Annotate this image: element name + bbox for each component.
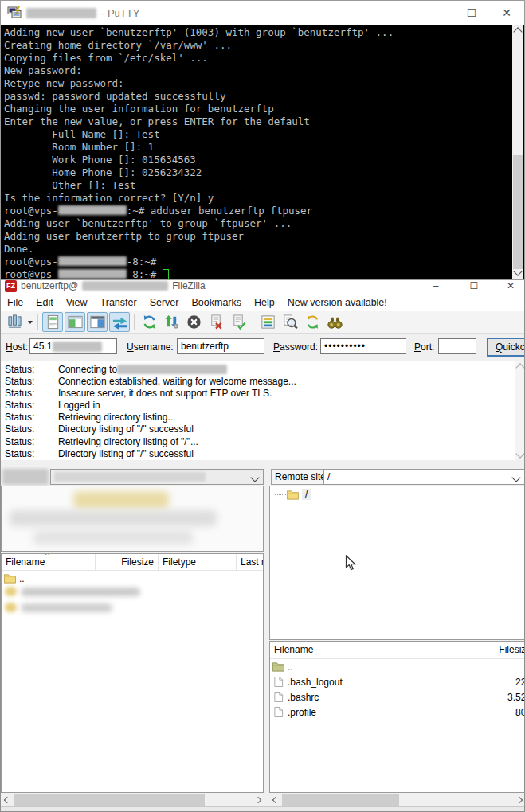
remote-hscrollbar[interactable] (269, 794, 525, 806)
scroll-right-icon[interactable] (255, 797, 261, 803)
menu-item-help[interactable]: Help (248, 295, 281, 310)
status-row: Status:Connection established, waiting f… (1, 376, 524, 388)
scroll-left-icon[interactable] (272, 797, 279, 803)
folder-up-icon (272, 662, 284, 672)
minimize-button[interactable]: – (424, 278, 448, 294)
username-value: benutzerftp (181, 341, 229, 352)
file-row[interactable]: .profile807 (270, 705, 524, 720)
close-button[interactable]: ✕ (491, 1, 523, 25)
folder-icon (4, 573, 16, 584)
status-row: Status:Insecure server, it does not supp… (1, 388, 524, 400)
toolbar (1, 311, 524, 334)
tree-item[interactable]: / (270, 486, 524, 500)
dropdown-caret-icon[interactable] (25, 313, 34, 331)
local-file-list[interactable]: Filename^FilesizeFiletypeLast modified .… (1, 553, 264, 793)
scroll-down-icon[interactable] (515, 449, 524, 458)
status-row: Status:Directory listing of "/" successf… (1, 424, 524, 435)
maximize-button[interactable]: ☐ (462, 278, 486, 294)
scroll-thumb[interactable] (513, 155, 523, 269)
site-manager-icon[interactable] (4, 312, 25, 332)
filezilla-titlebar[interactable]: FZ benutzerftp@ FileZilla – ☐ ✕ (1, 278, 524, 294)
chevron-down-icon[interactable] (250, 473, 259, 482)
scroll-up-icon[interactable] (515, 363, 524, 372)
reconnect-icon[interactable] (228, 312, 249, 332)
local-tree[interactable] (1, 486, 264, 552)
terminal-line: Enter the new value, or press ENTER for … (4, 115, 512, 128)
terminal-text: Room Number []: 1 (4, 141, 154, 153)
menubar: FileEditViewTransferServerBookmarksHelpN… (1, 294, 524, 311)
password-input[interactable]: •••••••••• (320, 338, 406, 354)
toggle-remote-tree-icon[interactable] (87, 312, 108, 332)
scroll-up-icon[interactable] (513, 27, 522, 36)
chevron-down-icon[interactable] (511, 473, 520, 482)
column-header-last-modified[interactable]: Last modified (237, 554, 264, 570)
terminal-text: Done. (4, 243, 34, 255)
terminal-line: Changing the user information for benutz… (4, 103, 512, 115)
message-log-scrollbar[interactable] (515, 361, 524, 460)
disconnect-icon[interactable] (206, 312, 226, 332)
toolbar-separator (253, 314, 253, 330)
local-hscrollbar[interactable] (1, 794, 264, 806)
toggle-local-tree-icon[interactable] (65, 312, 85, 332)
file-row[interactable]: .. (270, 659, 524, 674)
menu-item-edit[interactable]: Edit (29, 295, 60, 310)
scroll-right-icon[interactable] (516, 797, 523, 803)
synchronized-browsing-icon[interactable] (302, 312, 323, 332)
file-icon (272, 707, 284, 717)
refresh-icon[interactable] (139, 312, 159, 332)
process-queue-icon[interactable] (161, 312, 182, 332)
remote-file-list[interactable]: Filename^Filesize ...bash_logout220.bash… (269, 641, 525, 793)
horizontal-splitter[interactable] (1, 460, 524, 467)
maximize-button[interactable]: ☐ (456, 1, 488, 25)
find-files-icon[interactable] (324, 312, 345, 332)
host-input[interactable]: 45.1 (29, 338, 117, 354)
cancel-operation-icon[interactable] (183, 312, 204, 332)
column-header-filesize[interactable]: Filesize (472, 642, 525, 658)
remote-tree[interactable]: / (269, 486, 525, 640)
minimize-button[interactable]: – (419, 1, 451, 25)
toggle-message-log-icon[interactable] (42, 312, 63, 332)
status-row: Status:Logged in (1, 400, 524, 412)
message-log[interactable]: Status:Connecting to Status:Connection e… (1, 361, 524, 460)
port-input[interactable] (438, 338, 476, 354)
filter-icon[interactable] (257, 312, 278, 332)
menu-item-bookmarks[interactable]: Bookmarks (185, 295, 248, 310)
sort-ascending-icon: ^ (368, 641, 372, 647)
close-button[interactable]: ✕ (499, 278, 523, 294)
new-version-notice[interactable]: New version available! (281, 295, 394, 310)
terminal-scrollbar[interactable] (512, 25, 523, 279)
scroll-left-icon[interactable] (4, 797, 10, 803)
file-row[interactable]: .bashrc3.526 (270, 689, 524, 705)
terminal-text: Home Phone []: 0256234322 (4, 166, 202, 178)
file-row[interactable]: .bash_logout220 (270, 674, 524, 689)
menu-item-file[interactable]: File (1, 295, 29, 310)
file-name: .. (19, 573, 25, 584)
quickconnect-button[interactable]: Quickconnect (487, 338, 525, 357)
menu-item-server[interactable]: Server (143, 295, 186, 310)
censored-host-input (53, 342, 102, 352)
menu-item-view[interactable]: View (60, 295, 94, 310)
terminal-line: root@vps-:~# adduser benutzerftp ftpuser (4, 205, 512, 217)
file-row[interactable]: .. (2, 571, 263, 586)
status-row: Status:Retrieving directory listing... (1, 412, 524, 424)
status-message: Connection established, waiting for welc… (58, 376, 296, 388)
status-label: Status: (1, 400, 58, 412)
status-label: Status: (1, 448, 58, 460)
username-input[interactable]: benutzerftp (177, 338, 264, 354)
terminal-text: root@vps- (4, 256, 58, 267)
column-header-filetype[interactable]: Filetype (159, 554, 237, 570)
scroll-thumb[interactable] (14, 794, 205, 806)
remote-site-combo[interactable]: / (323, 469, 525, 485)
terminal[interactable]: Adding new user `benutzerftp' (1003) wit… (2, 25, 512, 279)
remote-path-value: / (327, 471, 330, 482)
sort-ascending-icon: ^ (45, 553, 49, 560)
directory-comparison-icon[interactable] (280, 312, 300, 332)
column-header-filesize[interactable]: Filesize (96, 554, 159, 570)
toggle-transfer-queue-icon[interactable] (109, 312, 130, 332)
menu-item-transfer[interactable]: Transfer (94, 295, 143, 310)
scroll-thumb[interactable] (282, 794, 399, 806)
censored-local-site-label (2, 469, 49, 485)
local-site-combo[interactable] (50, 469, 264, 485)
putty-titlebar[interactable]: - PuTTY – ☐ ✕ (1, 1, 524, 25)
toolbar-separator (134, 314, 135, 330)
